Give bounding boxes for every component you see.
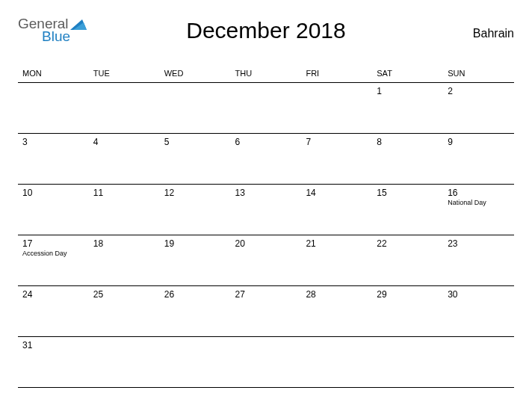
day-cell: 18 xyxy=(89,235,160,285)
day-number: 28 xyxy=(306,289,368,300)
day-cell xyxy=(231,337,302,387)
day-number: 9 xyxy=(448,137,510,147)
day-cell: 15 xyxy=(372,185,443,235)
day-cell: 3 xyxy=(18,134,89,184)
week-row: 12 xyxy=(18,83,514,134)
day-number: 3 xyxy=(22,137,84,147)
header: General Blue December 2018 Bahrain xyxy=(18,13,514,55)
day-number: 29 xyxy=(377,289,439,300)
day-number: 12 xyxy=(164,188,226,198)
day-cell: 11 xyxy=(89,185,160,235)
region-label: Bahrain xyxy=(473,27,514,40)
week-row: 31 xyxy=(18,337,514,388)
day-cell xyxy=(18,83,89,133)
day-cell: 30 xyxy=(443,286,514,336)
day-cell xyxy=(160,83,231,133)
day-cell: 16National Day xyxy=(443,185,514,235)
day-cell xyxy=(301,83,372,133)
day-cell: 9 xyxy=(443,134,514,184)
logo-triangle-icon xyxy=(70,18,87,30)
page-title: December 2018 xyxy=(18,13,514,43)
day-cell xyxy=(89,337,160,387)
weekday-header: MON xyxy=(18,66,89,82)
day-number: 4 xyxy=(93,137,155,147)
day-cell: 6 xyxy=(231,134,302,184)
day-number: 18 xyxy=(93,238,155,249)
day-number: 17 xyxy=(22,238,84,249)
weekday-header: WED xyxy=(160,66,231,82)
day-cell: 24 xyxy=(18,286,89,336)
day-cell xyxy=(89,83,160,133)
day-number: 30 xyxy=(448,289,510,300)
day-number: 8 xyxy=(377,137,439,147)
day-cell: 10 xyxy=(18,185,89,235)
day-number: 27 xyxy=(235,289,297,300)
weeks-container: 12345678910111213141516National Day17Acc… xyxy=(18,83,514,388)
day-number: 13 xyxy=(235,188,297,198)
weekday-header: FRI xyxy=(301,66,372,82)
day-cell: 1 xyxy=(372,83,443,133)
day-number: 1 xyxy=(377,86,439,96)
weekday-header: SUN xyxy=(443,66,514,82)
day-number: 26 xyxy=(164,289,226,300)
day-number: 25 xyxy=(93,289,155,300)
day-number: 11 xyxy=(93,188,155,198)
weekday-header: THU xyxy=(231,66,302,82)
day-number: 15 xyxy=(377,188,439,198)
day-cell: 14 xyxy=(301,185,372,235)
day-number: 23 xyxy=(448,238,510,249)
day-cell xyxy=(160,337,231,387)
day-cell: 2 xyxy=(443,83,514,133)
day-cell: 13 xyxy=(231,185,302,235)
day-number: 16 xyxy=(448,188,510,198)
day-number: 7 xyxy=(306,137,368,147)
day-cell: 19 xyxy=(160,235,231,285)
day-cell: 17Accession Day xyxy=(18,235,89,285)
day-cell xyxy=(443,337,514,387)
day-number: 21 xyxy=(306,238,368,249)
day-cell: 5 xyxy=(160,134,231,184)
day-cell xyxy=(301,337,372,387)
day-cell: 22 xyxy=(372,235,443,285)
day-cell: 12 xyxy=(160,185,231,235)
week-row: 24252627282930 xyxy=(18,286,514,337)
day-number: 20 xyxy=(235,238,297,249)
weekday-header: TUE xyxy=(89,66,160,82)
day-cell xyxy=(372,337,443,387)
day-cell xyxy=(231,83,302,133)
day-number: 31 xyxy=(22,340,84,350)
day-cell: 25 xyxy=(89,286,160,336)
day-cell: 27 xyxy=(231,286,302,336)
day-cell: 26 xyxy=(160,286,231,336)
calendar: MON TUE WED THU FRI SAT SUN 123456789101… xyxy=(18,66,514,388)
day-cell: 28 xyxy=(301,286,372,336)
day-number: 10 xyxy=(22,188,84,198)
week-row: 3456789 xyxy=(18,134,514,185)
weekday-header-row: MON TUE WED THU FRI SAT SUN xyxy=(18,66,514,83)
day-cell: 7 xyxy=(301,134,372,184)
day-event: Accession Day xyxy=(22,250,84,258)
day-event: National Day xyxy=(448,200,510,207)
day-cell: 8 xyxy=(372,134,443,184)
day-number: 5 xyxy=(164,137,226,147)
weekday-header: SAT xyxy=(372,66,443,82)
day-number: 24 xyxy=(22,289,84,300)
logo: General Blue xyxy=(18,16,70,43)
day-cell: 29 xyxy=(372,286,443,336)
week-row: 10111213141516National Day xyxy=(18,185,514,235)
day-number: 19 xyxy=(164,238,226,249)
week-row: 17Accession Day181920212223 xyxy=(18,235,514,286)
day-cell: 4 xyxy=(89,134,160,184)
day-cell: 23 xyxy=(443,235,514,285)
day-cell: 21 xyxy=(301,235,372,285)
day-number: 6 xyxy=(235,137,297,147)
day-number: 14 xyxy=(306,188,368,198)
day-cell: 20 xyxy=(231,235,302,285)
day-number: 22 xyxy=(377,238,439,249)
day-number: 2 xyxy=(448,86,510,96)
day-cell: 31 xyxy=(18,337,89,387)
